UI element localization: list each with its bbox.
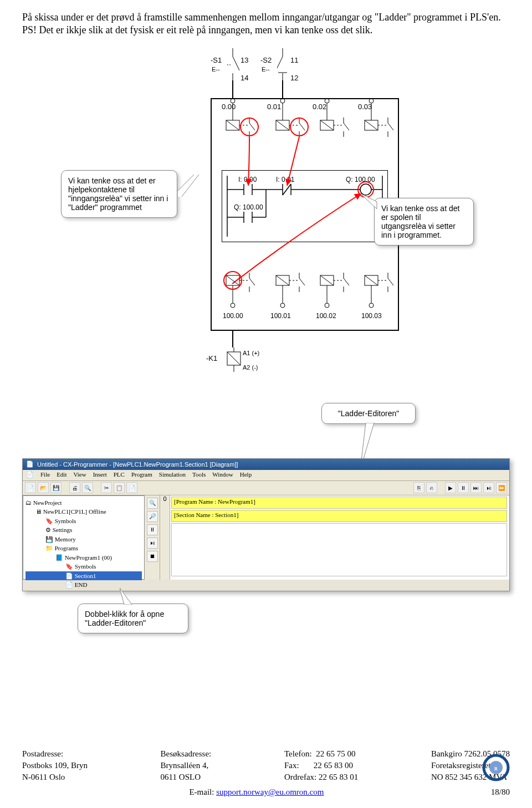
callout-dblclick-tail-icon bbox=[120, 588, 142, 605]
menu-tools[interactable]: Tools bbox=[192, 471, 206, 479]
footer-col-2: Besøksadresse: Brynsalléen 4, 0611 OSLO bbox=[161, 748, 212, 783]
menu-view[interactable]: View bbox=[73, 471, 86, 479]
tree-settings[interactable]: ⚙ Settings bbox=[25, 525, 142, 535]
menu-insert[interactable]: Insert bbox=[93, 471, 107, 479]
menu-program[interactable]: Program bbox=[131, 471, 152, 479]
tree-newprogram1[interactable]: 📘 NewProgram1 (00) bbox=[25, 553, 142, 562]
pause-icon[interactable]: ⏸ bbox=[458, 482, 469, 493]
output-relays-icon bbox=[211, 264, 399, 331]
svg-line-82 bbox=[388, 278, 393, 285]
page-footer: Postadresse: Postboks 109, Bryn N-0611 O… bbox=[22, 748, 510, 797]
tree-prog-symbols[interactable]: 🔖 Symbols bbox=[25, 562, 142, 571]
menu-plc[interactable]: PLC bbox=[114, 471, 125, 479]
toolbar-icon[interactable]: ⎘ bbox=[413, 482, 424, 493]
ladder-editor-panel[interactable]: 0 [Program Name : NewProgram1] [Section … bbox=[160, 495, 509, 580]
footer-tel: 22 65 75 00 bbox=[316, 749, 355, 758]
editor-rung-area[interactable] bbox=[171, 523, 507, 576]
footer-email-label: E-mail: bbox=[189, 787, 214, 796]
step-icon[interactable]: ⏭ bbox=[470, 482, 482, 493]
cut-icon[interactable]: ✂ bbox=[101, 482, 112, 493]
side-toolbar: 🔍 🔎 ⏸ ⏯ ⏹ bbox=[145, 495, 160, 580]
menu-simulation[interactable]: Simulation bbox=[159, 471, 186, 479]
output-t-2: 100.02 bbox=[316, 312, 336, 320]
callout-right-tail-icon bbox=[360, 193, 382, 216]
preview-icon[interactable]: 🔍 bbox=[82, 482, 93, 493]
toolbar: 📄 📂 💾 🖨 🔍 ✂ 📋 📄 ⎘ ⎌ ▶ ⏸ ⏭ ⏯ ⏩ bbox=[23, 481, 509, 495]
titlebar: 📄 Untitled - CX-Programmer - [NewPLC1.Ne… bbox=[23, 459, 509, 470]
copy-icon[interactable]: 📋 bbox=[114, 482, 125, 493]
cx-programmer-window: 📄 Untitled - CX-Programmer - [NewPLC1.Ne… bbox=[22, 458, 510, 591]
footer-fax: 22 65 83 00 bbox=[314, 761, 353, 770]
callout-right-text: Vi kan tenke oss at det er spolen til ut… bbox=[381, 204, 459, 239]
footer-col-3: Telefon: 22 65 75 00 Fax: 22 65 83 00 Or… bbox=[284, 748, 358, 783]
k1-name: -K1 bbox=[206, 354, 217, 362]
callout-right: Vi kan tenke oss at det er spolen til ut… bbox=[374, 198, 474, 246]
open-icon[interactable]: 📂 bbox=[38, 482, 49, 493]
footer-postboks: Postboks 109, Bryn bbox=[22, 760, 88, 771]
tree-memory[interactable]: 💾 Memory bbox=[25, 535, 142, 544]
footer-email-link[interactable]: support.norway@eu.omron.com bbox=[216, 787, 324, 796]
filemenu-icon: 📄 bbox=[26, 471, 34, 479]
footer-ord-label: Ordrefax: bbox=[284, 773, 316, 781]
side-icon-5[interactable]: ⏹ bbox=[147, 551, 158, 562]
callout-dblclick-text: Dobbel-klikk for å opne "Ladder-Editoren… bbox=[85, 610, 164, 627]
intro-paragraph: På skissa under er det prøvd å framstill… bbox=[22, 11, 510, 37]
menu-edit[interactable]: Edit bbox=[57, 471, 66, 479]
footer-bank-label: Bankgiro bbox=[431, 749, 462, 758]
footer-tel-label: Telefon: bbox=[284, 749, 312, 758]
svg-line-70 bbox=[249, 278, 255, 285]
gutter-0: 0 bbox=[160, 495, 170, 502]
k1-pin-2: A2 (-) bbox=[243, 364, 258, 371]
step3-icon[interactable]: ⏩ bbox=[496, 482, 507, 493]
menu-file[interactable]: File bbox=[40, 471, 50, 479]
svg-point-90 bbox=[325, 303, 329, 308]
tree-programs[interactable]: 📁 Programs bbox=[25, 544, 142, 553]
step2-icon[interactable]: ⏯ bbox=[483, 482, 494, 493]
new-icon[interactable]: 📄 bbox=[25, 482, 36, 493]
intro-line-1: På skissa under er det prøvd å framstill… bbox=[22, 11, 510, 24]
paste-icon[interactable]: 📄 bbox=[126, 482, 137, 493]
footer-label-besok: Besøksadresse: bbox=[161, 748, 212, 760]
menu-help[interactable]: Help bbox=[240, 471, 252, 479]
footer-ord: 22 65 83 01 bbox=[319, 773, 358, 781]
zoom-in-icon[interactable]: 🔍 bbox=[147, 498, 158, 509]
tree-plc[interactable]: 🖥 NewPLC1[CP1L] Offline bbox=[25, 507, 142, 516]
footer-oslo2: 0611 OSLO bbox=[161, 771, 212, 783]
svg-line-74 bbox=[299, 278, 305, 285]
footer-col-1: Postadresse: Postboks 109, Bryn N-0611 O… bbox=[22, 748, 88, 783]
callout-editor-text: "Ladder-Editoren" bbox=[338, 409, 399, 418]
svg-line-94 bbox=[227, 352, 241, 365]
svg-line-65 bbox=[320, 275, 334, 285]
svg-line-61 bbox=[226, 275, 239, 285]
svg-line-78 bbox=[344, 278, 349, 285]
tree-symbols[interactable]: 🔖 Symbols bbox=[25, 516, 142, 526]
menu-window[interactable]: Window bbox=[212, 471, 233, 479]
zoom-out-icon[interactable]: 🔎 bbox=[147, 511, 158, 522]
svg-line-63 bbox=[276, 275, 289, 285]
quality-stamp-icon: R bbox=[482, 754, 510, 781]
editor-row-2-text: [Section Name : Section1] bbox=[174, 512, 238, 518]
print-icon[interactable]: 🖨 bbox=[69, 482, 80, 493]
side-icon-3[interactable]: ⏸ bbox=[147, 524, 158, 535]
editor-row-progname[interactable]: [Program Name : NewProgram1] bbox=[171, 497, 507, 509]
output-t-1: 100.01 bbox=[270, 312, 291, 320]
play-icon[interactable]: ▶ bbox=[445, 482, 456, 493]
circuit-diagram: -S1 13 E-- 14 -S2 11 E-- 12 0.00 0.01 0.… bbox=[72, 48, 460, 392]
side-icon-4[interactable]: ⏯ bbox=[147, 538, 158, 549]
editor-row-1-text: [Program Name : NewProgram1] bbox=[174, 498, 255, 505]
intro-line-2: PS! Det er ikkje slik at det fysisk er e… bbox=[22, 24, 510, 37]
svg-point-88 bbox=[231, 303, 235, 308]
editor-row-section[interactable]: [Section Name : Section1] bbox=[171, 510, 507, 522]
svg-text:R: R bbox=[494, 766, 498, 771]
project-tree[interactable]: 🗂 NewProject 🖥 NewPLC1[CP1L] Offline 🔖 S… bbox=[23, 495, 145, 580]
toolbar-icon-2[interactable]: ⎌ bbox=[426, 482, 437, 493]
tree-section1[interactable]: 📄 Section1 bbox=[25, 571, 142, 581]
footer-fax-label: Fax: bbox=[284, 761, 299, 770]
output-t-0: 100.00 bbox=[223, 312, 243, 320]
editor-gutter: 0 bbox=[160, 495, 170, 580]
k1-pin-1: A1 (+) bbox=[243, 350, 259, 356]
callout-left-text: Vi kan tenke oss at det er hjelpekontakt… bbox=[68, 176, 168, 212]
svg-point-89 bbox=[280, 303, 285, 308]
save-icon[interactable]: 💾 bbox=[50, 482, 62, 493]
tree-root[interactable]: 🗂 NewProject bbox=[25, 498, 142, 508]
